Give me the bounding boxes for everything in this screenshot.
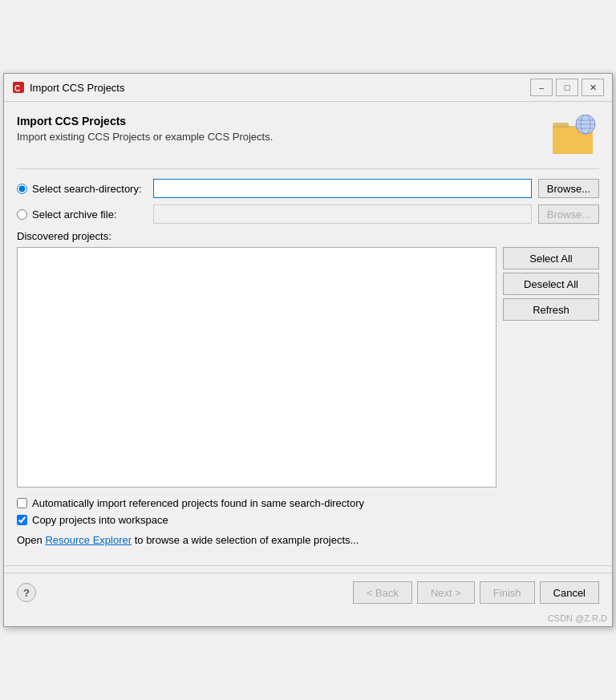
page-subtitle: Import existing CCS Projects or example …	[17, 131, 543, 143]
discovered-label: Discovered projects:	[17, 230, 599, 242]
help-button[interactable]: ?	[17, 583, 36, 602]
archive-input	[153, 204, 532, 224]
search-dir-radio[interactable]	[17, 184, 27, 194]
copy-projects-row: Copy projects into workspace	[17, 514, 599, 526]
back-button[interactable]: < Back	[353, 581, 412, 604]
copy-projects-label: Copy projects into workspace	[32, 514, 168, 526]
footer-separator	[4, 565, 612, 566]
archive-radio[interactable]	[17, 209, 27, 220]
discovered-section: Select All Deselect All Refresh	[17, 247, 599, 488]
deselect-all-button[interactable]: Deselect All	[503, 273, 599, 295]
minimize-button[interactable]: –	[530, 79, 553, 96]
auto-import-label: Automatically import referenced projects…	[32, 497, 364, 509]
title-bar: C Import CCS Projects – □ ✕	[4, 74, 612, 102]
archive-file-row: Select archive file: Browse...	[17, 204, 599, 224]
maximize-button[interactable]: □	[556, 79, 578, 96]
content-area: Import CCS Projects Import existing CCS …	[4, 102, 612, 559]
header-text: Import CCS Projects Import existing CCS …	[17, 115, 543, 143]
footer-right: < Back Next > Finish Cancel	[353, 581, 599, 604]
main-window: C Import CCS Projects – □ ✕ Import CCS P…	[3, 73, 613, 627]
resource-row: Open Resource Explorer to browse a wide …	[17, 534, 599, 546]
auto-import-row: Automatically import referenced projects…	[17, 497, 599, 509]
footer: ? < Back Next > Finish Cancel	[4, 573, 612, 612]
next-button[interactable]: Next >	[417, 581, 475, 604]
project-list[interactable]	[17, 247, 496, 488]
title-bar-controls: – □ ✕	[530, 79, 604, 96]
header-section: Import CCS Projects Import existing CCS …	[17, 115, 599, 169]
select-all-button[interactable]: Select All	[503, 247, 599, 269]
open-text: Open	[17, 534, 45, 546]
auto-import-checkbox[interactable]	[17, 498, 27, 508]
search-directory-row: Select search-directory: Browse...	[17, 179, 599, 198]
title-bar-left: C Import CCS Projects	[12, 81, 124, 94]
page-title: Import CCS Projects	[17, 115, 543, 127]
checkboxes-section: Automatically import referenced projects…	[17, 497, 599, 526]
search-dir-radio-label[interactable]: Select search-directory:	[17, 183, 153, 195]
copy-projects-checkbox[interactable]	[17, 515, 27, 525]
rest-text: to browse a wide selection of example pr…	[132, 534, 359, 546]
archive-label: Select archive file:	[32, 208, 117, 221]
browse-archive-button[interactable]: Browse...	[538, 204, 599, 224]
archive-radio-label[interactable]: Select archive file:	[17, 208, 153, 221]
refresh-button[interactable]: Refresh	[503, 298, 599, 321]
title-bar-title: Import CCS Projects	[30, 82, 124, 94]
search-dir-label: Select search-directory:	[32, 183, 142, 195]
browse-dir-button[interactable]: Browse...	[538, 179, 599, 198]
resource-explorer-link[interactable]: Resource Explorer	[45, 534, 132, 546]
app-icon: C	[12, 81, 25, 94]
cancel-button[interactable]: Cancel	[540, 581, 599, 604]
folder-icon	[551, 115, 599, 159]
watermark: CSDN @Z.R.D	[4, 612, 612, 626]
svg-text:C: C	[14, 84, 20, 93]
finish-button[interactable]: Finish	[480, 581, 535, 604]
search-dir-input[interactable]	[153, 179, 532, 198]
list-buttons: Select All Deselect All Refresh	[503, 247, 599, 488]
close-button[interactable]: ✕	[582, 79, 604, 96]
footer-left: ?	[17, 583, 36, 602]
